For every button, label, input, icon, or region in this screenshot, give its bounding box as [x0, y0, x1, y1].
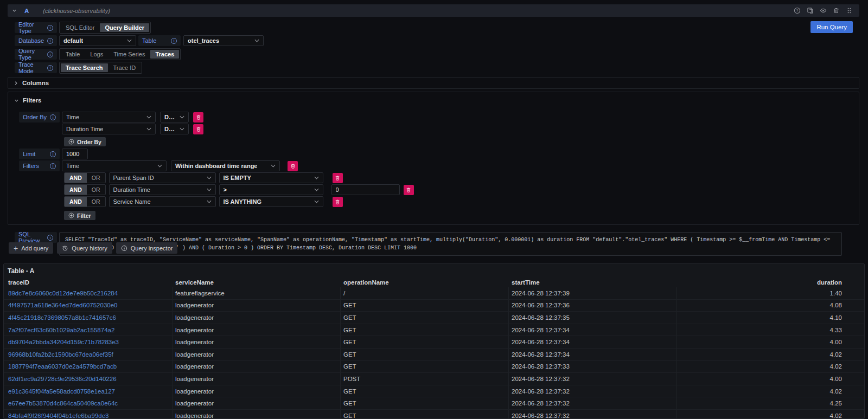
trash-icon[interactable]: [833, 7, 840, 14]
query-inspector-button[interactable]: Query inspector: [116, 242, 178, 254]
query-history-button[interactable]: Query history: [57, 242, 112, 254]
info-icon[interactable]: i: [50, 163, 56, 169]
trace-id-link[interactable]: 1887794f7eaa6037d0e2a4579bcd7acb: [8, 363, 117, 370]
help-icon[interactable]: ?: [794, 7, 801, 14]
column-header-traceid[interactable]: traceID: [4, 277, 173, 287]
filter-field-value: Parent Span ID: [113, 175, 154, 181]
trace-id-link[interactable]: e67ee7b53870d4c864ca50409ca0e64c: [8, 400, 118, 407]
query-row-actions: ?: [794, 7, 855, 14]
trace-id-link[interactable]: 89dc7e8c6060c0d12de7e9b50c216284: [8, 290, 118, 296]
editor-type-option-query-builder[interactable]: Query Builder: [100, 23, 149, 32]
order-by-direction-select[interactable]: DESC: [160, 124, 189, 134]
circle-plus-icon: [68, 139, 74, 145]
info-icon[interactable]: i: [50, 151, 56, 157]
order-by-field-select[interactable]: Duration Time: [62, 124, 156, 134]
run-query-button[interactable]: Run Query: [810, 21, 853, 33]
add-order-by-button[interactable]: Order By: [64, 137, 106, 146]
info-icon[interactable]: i: [171, 38, 177, 44]
chevron-down-icon[interactable]: [12, 8, 17, 13]
info-icon[interactable]: i: [47, 51, 53, 57]
circle-plus-icon: [68, 212, 74, 218]
trace-id-link[interactable]: db9704a2bbda34204d159c71b78283e3: [8, 339, 119, 345]
filter-field-select[interactable]: Duration Time: [109, 184, 216, 195]
order-by-direction-value: DESC: [164, 126, 176, 132]
remove-order-by-button[interactable]: [193, 124, 203, 134]
eye-icon[interactable]: [820, 7, 827, 14]
trace-id-link[interactable]: 84bfa4f9f26f9404f04b1efe6ba99de3: [8, 412, 108, 419]
query-type-option-traces[interactable]: Traces: [150, 50, 179, 59]
add-query-button[interactable]: + Add query: [9, 242, 53, 254]
table-select[interactable]: otel_traces: [183, 35, 264, 46]
filter-operator-value: IS ANYTHING: [224, 198, 262, 205]
trace-id-link[interactable]: e91c3645f04fa5e58adcd0758e1ea127: [8, 388, 115, 395]
info-icon[interactable]: i: [47, 235, 53, 241]
filter-field-select[interactable]: Parent Span ID: [109, 172, 216, 183]
table-row: 4f497571a618e364ed7ded60752030e0 loadgen…: [4, 300, 864, 312]
trace-id-link[interactable]: 4f497571a618e364ed7ded60752030e0: [8, 302, 117, 308]
column-header-operationname[interactable]: operationName: [341, 277, 509, 287]
trace-id-link[interactable]: 4f45c21918c73698057a8b1c741657c6: [8, 314, 116, 321]
filter-operator-select[interactable]: >: [219, 184, 323, 195]
and-option[interactable]: AND: [65, 185, 87, 195]
remove-filter-button[interactable]: [288, 161, 298, 171]
and-option[interactable]: AND: [65, 173, 87, 183]
column-header-servicename[interactable]: serviceName: [173, 277, 341, 287]
start-time-cell: 2024-06-28 12:37:39: [509, 287, 677, 299]
query-row-header[interactable]: A (clickhouse-observability) ?: [8, 4, 859, 17]
drag-handle-icon[interactable]: [846, 7, 853, 14]
limit-input[interactable]: [62, 149, 88, 159]
add-filter-label: Filter: [77, 212, 91, 219]
info-icon[interactable]: i: [47, 38, 53, 44]
filters-section-header[interactable]: Filters: [14, 95, 853, 106]
remove-filter-button[interactable]: [333, 197, 343, 207]
filter-operator-select[interactable]: IS EMPTY: [219, 172, 323, 183]
trash-icon: [290, 163, 296, 169]
filter-value-input[interactable]: [331, 184, 400, 195]
service-name-cell: loadgenerator: [173, 397, 341, 409]
filter-field-select[interactable]: Time: [62, 160, 167, 171]
add-order-by-label: Order By: [77, 139, 101, 145]
database-select[interactable]: default: [59, 35, 136, 46]
query-type-option-logs[interactable]: Logs: [85, 50, 108, 59]
order-by-direction-select[interactable]: DESC: [160, 112, 189, 123]
add-filter-button[interactable]: Filter: [64, 211, 95, 220]
column-header-duration[interactable]: duration: [677, 277, 864, 287]
filter-field-value: Time: [66, 163, 79, 169]
chevron-down-icon: [314, 176, 319, 179]
table-body: 89dc7e8c6060c0d12de7e9b50c216284 feature…: [4, 287, 864, 419]
filter-field-select[interactable]: Service Name: [109, 196, 216, 207]
chevron-down-icon: [254, 39, 259, 42]
column-header-starttime[interactable]: startTime: [509, 277, 677, 287]
filter-operator-select[interactable]: Within dashboard time range: [171, 160, 280, 171]
columns-section-header[interactable]: Columns: [8, 77, 859, 89]
and-or-toggle: AND OR: [64, 196, 106, 207]
or-option[interactable]: OR: [87, 197, 105, 207]
table-row: db9704a2bbda34204d159c71b78283e3 loadgen…: [4, 336, 864, 349]
trace-id-link[interactable]: 96968b10fa2b2c1590bc67dea06ef35f: [8, 351, 113, 358]
filter-operator-select[interactable]: IS ANYTHING: [219, 196, 323, 207]
query-type-option-table[interactable]: Table: [61, 50, 85, 59]
svg-text:?: ?: [796, 9, 799, 12]
duplicate-icon[interactable]: [807, 7, 814, 14]
remove-filter-button[interactable]: [404, 185, 414, 195]
and-option[interactable]: AND: [65, 197, 87, 207]
table-header-row: traceID serviceName operationName startT…: [4, 277, 864, 287]
info-icon[interactable]: i: [47, 65, 53, 71]
remove-filter-button[interactable]: [333, 173, 343, 183]
or-option[interactable]: OR: [87, 185, 105, 195]
editor-type-option-sql-editor[interactable]: SQL Editor: [61, 23, 99, 32]
info-icon[interactable]: i: [50, 114, 56, 120]
order-by-field-select[interactable]: Time: [62, 112, 156, 123]
trace-mode-option-trace-id[interactable]: Trace ID: [108, 63, 141, 72]
remove-order-by-button[interactable]: [193, 112, 203, 123]
or-option[interactable]: OR: [87, 173, 105, 183]
trace-mode-option-trace-search[interactable]: Trace Search: [61, 63, 108, 72]
info-icon[interactable]: i: [47, 25, 53, 31]
trace-id-link[interactable]: 7a2f07ecf63c60b1029ab2ac155874a2: [8, 327, 114, 333]
trace-id-link[interactable]: 62df1ec9a29728c9e29536c20d140226: [8, 376, 117, 382]
query-type-option-time-series[interactable]: Time Series: [108, 50, 150, 59]
chevron-down-icon: [146, 127, 151, 131]
service-name-cell: loadgenerator: [173, 361, 341, 373]
duration-cell: 4.08: [677, 300, 864, 312]
start-time-cell: 2024-06-28 12:37:35: [509, 312, 677, 324]
